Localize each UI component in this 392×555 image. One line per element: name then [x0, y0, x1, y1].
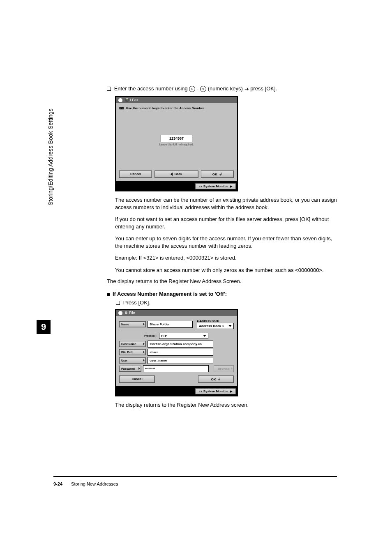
- hostname-input[interactable]: starfish.organization.company.co: [148, 341, 213, 348]
- protocol-value: FTP: [161, 334, 167, 338]
- instruction-line: Enter the access number using 0 - 9 (num…: [107, 85, 337, 92]
- back-button[interactable]: Back: [154, 170, 198, 178]
- browse-label: Browse: [218, 367, 230, 371]
- divider: [119, 331, 234, 331]
- name-input[interactable]: Share Folder: [148, 321, 193, 328]
- paragraph-1: The access number can be the number of a…: [115, 196, 337, 211]
- password-label: Password: [121, 367, 135, 370]
- paragraph-3: You can enter up to seven digits for the…: [115, 235, 337, 249]
- chapter-number: 9: [37, 320, 51, 334]
- monitor-icon: ▭: [199, 389, 202, 393]
- chevron-right-icon: [138, 367, 140, 370]
- access-number-input[interactable]: 1234567: [161, 135, 192, 142]
- address-book-label: ■ Address Book: [197, 320, 219, 322]
- ok-button-label: OK: [211, 378, 216, 381]
- ok-button[interactable]: OK↲: [201, 170, 234, 178]
- ss1-instruction: Use the numeric keys to enter the Access…: [126, 106, 205, 110]
- numeric-key-0-icon: 0: [189, 86, 195, 92]
- enter-icon: ↲: [219, 172, 222, 176]
- file-icon: 🗎: [125, 311, 128, 315]
- paragraph-2: If you do not want to set an access numb…: [115, 216, 337, 230]
- footer: 9-24 Storing New Addresses: [53, 481, 118, 486]
- filepath-input[interactable]: share: [148, 349, 213, 356]
- filepath-label: File Path: [121, 351, 133, 354]
- system-monitor-label: System Monitor: [203, 184, 228, 188]
- protocol-label: Protocol:: [144, 334, 157, 337]
- chevron-right-icon: ▶: [230, 185, 232, 188]
- chevron-right-icon: [143, 351, 145, 353]
- bullet-dot-icon: [107, 293, 110, 296]
- keypad-icon: ⌨: [119, 106, 124, 110]
- back-button-label: Back: [174, 172, 182, 176]
- address-book-value: Address Book 1: [199, 324, 224, 328]
- numeric-key-9-icon: 9: [200, 86, 206, 92]
- section-heading: If Access Number Management is set to 'O…: [107, 291, 337, 297]
- chevron-right-icon: [143, 323, 145, 325]
- page: Storing/Editing Address Book Settings 9 …: [0, 0, 392, 555]
- filepath-field-button[interactable]: File Path: [119, 349, 146, 355]
- bullet-square-icon: [107, 87, 111, 91]
- chevron-down-icon: [203, 335, 206, 337]
- intro-suffix: press [OK].: [250, 85, 277, 92]
- fax-icon: 📠: [125, 98, 129, 102]
- name-label: Name: [121, 323, 129, 326]
- ss1-footer: ▭System Monitor ▶: [116, 181, 237, 191]
- ss2-body: Name Share Folder ■ Address Book Address…: [116, 316, 237, 386]
- hostname-label: Host Name: [121, 343, 136, 345]
- chevron-right-icon: [231, 367, 233, 370]
- ok-button-label: OK: [212, 173, 217, 176]
- password-field-button[interactable]: Password: [119, 366, 141, 372]
- screenshot-file-settings: 🗎 File Name Share Folder ■ Address Book …: [115, 309, 238, 396]
- user-label: User: [121, 359, 128, 362]
- hostname-field-button[interactable]: Host Name: [119, 341, 146, 347]
- ok-button[interactable]: OK↲: [198, 375, 234, 383]
- back-arrow-icon: [171, 173, 173, 176]
- ss1-body: ⌨ Use the numeric keys to enter the Acce…: [116, 103, 237, 181]
- chevron-down-icon: [228, 325, 232, 327]
- system-monitor-label: System Monitor: [203, 389, 228, 393]
- after-ss2-paragraph: The display returns to the Register New …: [115, 401, 337, 409]
- browse-button: Browse: [214, 365, 234, 372]
- ss2-title-text: File: [129, 311, 135, 315]
- bullet-square-icon: [116, 301, 120, 305]
- enter-icon: ↲: [218, 377, 221, 381]
- ss2-footer: ▭System Monitor ▶: [116, 386, 237, 396]
- cancel-button[interactable]: Cancel: [119, 170, 152, 178]
- user-input[interactable]: user_name: [148, 357, 213, 364]
- cancel-button[interactable]: Cancel: [119, 375, 155, 383]
- gear-icon: [118, 98, 122, 102]
- chevron-right-icon: [143, 359, 145, 362]
- system-monitor-button[interactable]: ▭System Monitor ▶: [195, 388, 236, 394]
- footer-rule: [53, 476, 337, 477]
- chevron-right-icon: [143, 343, 145, 345]
- user-field-button[interactable]: User: [119, 357, 146, 364]
- section-heading-text: If Access Number Management is set to 'O…: [113, 291, 227, 297]
- password-input[interactable]: ********: [143, 365, 209, 372]
- screenshot-access-number: 📠 I-Fax ⌨ Use the numeric keys to enter …: [115, 96, 238, 191]
- monitor-icon: ▭: [199, 184, 202, 188]
- gear-icon: [118, 311, 122, 315]
- footer-section: Storing New Addresses: [71, 481, 118, 486]
- content-area: Enter the access number using 0 - 9 (num…: [107, 85, 337, 412]
- page-number: 9-24: [53, 481, 62, 486]
- ss1-titlebar: 📠 I-Fax: [116, 97, 237, 103]
- ss1-note: Leave blank if not required.: [119, 143, 234, 146]
- paragraph-6: The display returns to the Register New …: [107, 278, 337, 285]
- paragraph-5: You cannot store an access number with o…: [115, 267, 337, 274]
- press-ok-text: Press [OK].: [123, 299, 150, 306]
- protocol-select[interactable]: FTP: [159, 333, 208, 339]
- system-monitor-button[interactable]: ▭System Monitor ▶: [195, 183, 236, 189]
- intro-prefix: Enter the access number using: [114, 85, 189, 92]
- side-tab-label: Storing/Editing Address Book Settings: [47, 108, 54, 205]
- address-book-select[interactable]: Address Book 1: [197, 323, 234, 329]
- chevron-right-icon: ▶: [230, 390, 232, 393]
- arrow-icon: ➔: [244, 86, 249, 92]
- name-field-button[interactable]: Name: [119, 321, 146, 327]
- ss1-title-text: I-Fax: [130, 98, 138, 102]
- intro-mid: (numeric keys): [208, 85, 244, 92]
- press-ok-line: Press [OK].: [116, 299, 337, 306]
- paragraph-4: Example: If <321> is entered, <0000321> …: [115, 254, 337, 262]
- ss2-titlebar: 🗎 File: [116, 310, 237, 316]
